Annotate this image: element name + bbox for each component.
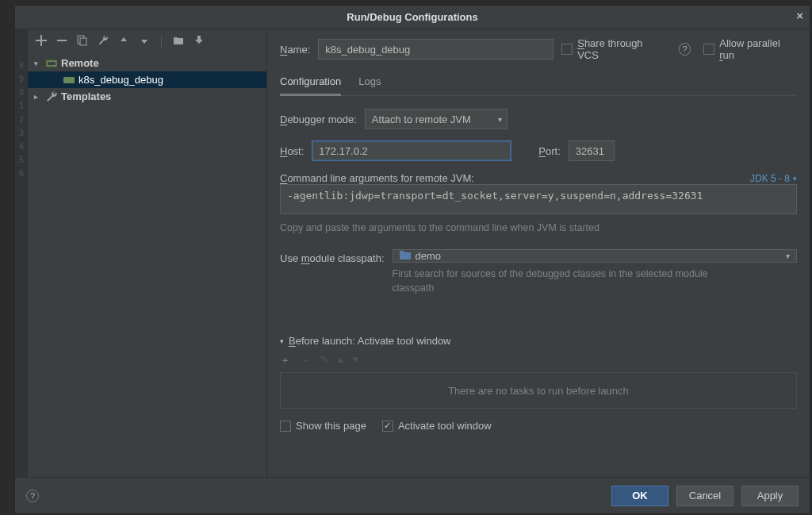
- svg-rect-7: [400, 252, 411, 259]
- host-label: Host:: [280, 145, 304, 157]
- checkbox-icon: [561, 44, 573, 55]
- before-launch-tasks-empty: There are no tasks to run before launch: [280, 372, 797, 409]
- before-launch-header[interactable]: ▾ Before launch: Activate tool window: [280, 335, 797, 347]
- port-label: Port:: [538, 145, 560, 157]
- allow-parallel-checkbox[interactable]: Allow parallel run: [703, 37, 797, 61]
- svg-rect-4: [48, 62, 56, 65]
- copy-icon[interactable]: [77, 35, 88, 48]
- help-icon[interactable]: ?: [679, 43, 691, 56]
- move-down-icon[interactable]: [139, 35, 150, 48]
- tree-node-label: Templates: [61, 90, 111, 102]
- show-this-page-checkbox[interactable]: Show this page: [280, 420, 366, 432]
- chevron-down-icon: ▾: [793, 175, 797, 183]
- folder-collapse-icon[interactable]: [173, 35, 184, 48]
- dialog-titlebar: Run/Debug Configurations ×: [15, 6, 810, 29]
- before-launch-title: Before launch: Activate tool window: [289, 335, 451, 347]
- name-row: Name: Share through VCS ? Allow parallel…: [280, 37, 797, 61]
- debugger-mode-label: Debugger mode:: [280, 113, 357, 125]
- edit-icon: ✎: [320, 353, 328, 367]
- cancel-button[interactable]: Cancel: [676, 486, 733, 506]
- config-tree-panel: ▾ Remote k8s_debug_debug ▸: [28, 29, 267, 477]
- svg-rect-5: [63, 77, 75, 83]
- allow-parallel-label: Allow parallel run: [719, 37, 797, 61]
- editor-gutter: 890123456: [15, 29, 28, 477]
- add-icon[interactable]: [36, 35, 47, 48]
- svg-rect-0: [57, 40, 67, 41]
- activate-tool-window-label: Activate tool window: [398, 420, 492, 432]
- chevron-down-icon: ▾: [280, 337, 284, 345]
- share-vcs-checkbox[interactable]: Share through VCS: [561, 37, 665, 61]
- debugger-mode-row: Debugger mode: Attach to remote JVM ▾: [280, 109, 797, 129]
- ok-button[interactable]: OK: [611, 486, 668, 506]
- before-launch-section: ▾ Before launch: Activate tool window ＋ …: [280, 335, 797, 432]
- jdk-version-link[interactable]: JDK 5 - 8 ▾: [750, 173, 797, 184]
- wrench-icon[interactable]: [98, 35, 109, 48]
- name-label: Name:: [280, 44, 310, 56]
- name-input[interactable]: [318, 39, 553, 60]
- debugger-mode-value: Attach to remote JVM: [372, 113, 471, 125]
- move-down-icon: ▾: [353, 353, 358, 367]
- module-classpath-row: Use module classpath: demo ▾ First searc…: [280, 249, 797, 295]
- debugger-mode-select[interactable]: Attach to remote JVM ▾: [365, 109, 508, 129]
- form-tabs: Configuration Logs: [280, 71, 797, 96]
- move-up-icon[interactable]: [118, 35, 129, 48]
- tab-logs[interactable]: Logs: [358, 71, 381, 95]
- expand-all-icon[interactable]: [193, 35, 205, 48]
- module-classpath-hint: First search for sources of the debugged…: [393, 267, 741, 295]
- module-classpath-value: demo: [416, 250, 442, 262]
- remote-config-icon: [45, 59, 58, 68]
- host-input[interactable]: [312, 140, 511, 161]
- remote-item-icon: [63, 75, 75, 85]
- tree-node-label: k8s_debug_debug: [79, 74, 163, 86]
- dialog-title: Run/Debug Configurations: [347, 11, 477, 23]
- tree-node-label: Remote: [61, 57, 99, 69]
- cmd-args-section: Command line arguments for remote JVM: J…: [280, 172, 797, 233]
- close-icon[interactable]: ×: [796, 9, 803, 22]
- chevron-down-icon: ▾: [786, 252, 790, 260]
- wrench-icon: [45, 90, 58, 103]
- module-classpath-select[interactable]: demo ▾: [393, 249, 797, 263]
- before-launch-toolbar: ＋ － ✎ ▴ ▾: [280, 353, 797, 367]
- checkbox-icon: [280, 421, 291, 432]
- config-form-panel: Name: Share through VCS ? Allow parallel…: [267, 29, 810, 477]
- help-icon[interactable]: ?: [26, 490, 39, 502]
- dialog-footer: ? OK Cancel Apply: [15, 477, 810, 513]
- chevron-down-icon[interactable]: ▾: [34, 60, 42, 67]
- module-icon: [400, 250, 411, 262]
- module-classpath-label: Use module classpath:: [280, 249, 385, 264]
- config-tree[interactable]: ▾ Remote k8s_debug_debug ▸: [28, 53, 266, 477]
- chevron-down-icon: ▾: [498, 115, 502, 124]
- checkbox-checked-icon: [382, 421, 393, 432]
- tree-node-remote[interactable]: ▾ Remote: [28, 55, 266, 71]
- tab-configuration[interactable]: Configuration: [280, 71, 341, 96]
- cmd-args-hint: Copy and paste the arguments to the comm…: [280, 222, 797, 233]
- tree-node-k8s-debug[interactable]: k8s_debug_debug: [28, 71, 266, 88]
- tree-node-templates[interactable]: ▸ Templates: [28, 88, 266, 105]
- add-icon[interactable]: ＋: [280, 353, 290, 367]
- port-input[interactable]: [569, 140, 615, 161]
- move-up-icon: ▴: [338, 353, 343, 367]
- svg-rect-2: [80, 38, 86, 45]
- share-vcs-label: Share through VCS: [577, 37, 665, 61]
- remove-icon[interactable]: [56, 35, 67, 48]
- cmd-args-label: Command line arguments for remote JVM:: [280, 172, 474, 184]
- apply-button[interactable]: Apply: [741, 486, 799, 506]
- host-port-row: Host: Port:: [280, 140, 797, 161]
- run-debug-configurations-dialog: Run/Debug Configurations × 890123456: [14, 5, 810, 514]
- activate-tool-window-checkbox[interactable]: Activate tool window: [382, 420, 492, 432]
- chevron-right-icon[interactable]: ▸: [34, 93, 42, 101]
- cmd-args-text[interactable]: -agentlib:jdwp=transport=dt_socket,serve…: [280, 184, 797, 214]
- tree-toolbar: [28, 29, 266, 53]
- checkbox-icon: [703, 44, 714, 55]
- remove-icon: －: [300, 353, 310, 367]
- show-this-page-label: Show this page: [296, 420, 366, 432]
